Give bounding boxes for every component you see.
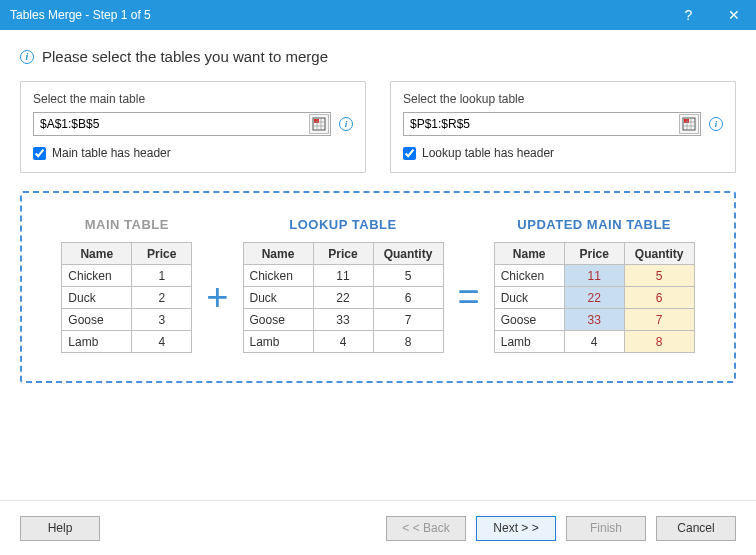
cell: 22 <box>313 287 373 309</box>
col-header: Quantity <box>373 243 443 265</box>
main-table-legend: Select the main table <box>33 92 353 106</box>
range-picker-icon <box>312 117 326 131</box>
cell: Duck <box>62 287 132 309</box>
main-table-group: Select the main table i Mai <box>20 81 366 173</box>
lookup-table-group: Select the lookup table i L <box>390 81 736 173</box>
selectors-row: Select the main table i Mai <box>20 81 736 173</box>
col-header: Name <box>62 243 132 265</box>
titlebar: Tables Merge - Step 1 of 5 ? ✕ <box>0 0 756 30</box>
main-table-header-checkbox-row[interactable]: Main table has header <box>33 146 353 160</box>
cell: 11 <box>564 265 624 287</box>
cell: 33 <box>564 309 624 331</box>
cell: 2 <box>132 287 192 309</box>
main-table-input-row: i <box>33 112 353 136</box>
preview-main-table: MAIN TABLE NamePrice Chicken1 Duck2 Goos… <box>61 217 192 353</box>
cell: 33 <box>313 309 373 331</box>
cell: Chicken <box>243 265 313 287</box>
cell: 1 <box>132 265 192 287</box>
col-header: Quantity <box>624 243 694 265</box>
cell: Lamb <box>243 331 313 353</box>
help-titlebar-button[interactable]: ? <box>666 0 711 30</box>
lookup-table-range-input[interactable] <box>403 112 701 136</box>
col-header: Price <box>313 243 373 265</box>
cell: Goose <box>243 309 313 331</box>
cell: 7 <box>624 309 694 331</box>
preview-lookup-grid: NamePriceQuantity Chicken115 Duck226 Goo… <box>243 242 444 353</box>
cell: Goose <box>62 309 132 331</box>
preview-updated-caption: UPDATED MAIN TABLE <box>494 217 695 232</box>
col-header: Name <box>494 243 564 265</box>
cell: Chicken <box>494 265 564 287</box>
cell: Duck <box>243 287 313 309</box>
equals-icon: = <box>444 252 494 319</box>
lookup-table-header-checkbox[interactable] <box>403 147 416 160</box>
back-button: < < Back <box>386 516 466 541</box>
finish-button: Finish <box>566 516 646 541</box>
cell: 4 <box>313 331 373 353</box>
cell: 4 <box>132 331 192 353</box>
cell: Lamb <box>62 331 132 353</box>
range-picker-icon <box>682 117 696 131</box>
col-header: Name <box>243 243 313 265</box>
cell: 4 <box>564 331 624 353</box>
window-title: Tables Merge - Step 1 of 5 <box>10 8 666 22</box>
cell: 6 <box>624 287 694 309</box>
lookup-table-header-checkbox-label: Lookup table has header <box>422 146 554 160</box>
cell: 3 <box>132 309 192 331</box>
main-table-range-picker-button[interactable] <box>309 114 329 134</box>
cell: Goose <box>494 309 564 331</box>
cell: 8 <box>624 331 694 353</box>
svg-rect-7 <box>684 119 689 123</box>
lookup-table-header-checkbox-row[interactable]: Lookup table has header <box>403 146 723 160</box>
dialog-body: i Please select the tables you want to m… <box>0 30 756 500</box>
cell: 5 <box>373 265 443 287</box>
instruction-text: Please select the tables you want to mer… <box>42 48 328 65</box>
lookup-table-legend: Select the lookup table <box>403 92 723 106</box>
lookup-table-range-picker-button[interactable] <box>679 114 699 134</box>
cell: 5 <box>624 265 694 287</box>
cancel-button[interactable]: Cancel <box>656 516 736 541</box>
info-icon[interactable]: i <box>339 117 353 131</box>
cell: 7 <box>373 309 443 331</box>
cell: 22 <box>564 287 624 309</box>
preview-main-caption: MAIN TABLE <box>61 217 192 232</box>
preview-updated-grid: NamePriceQuantity Chicken115 Duck226 Goo… <box>494 242 695 353</box>
cell: 6 <box>373 287 443 309</box>
cell: Lamb <box>494 331 564 353</box>
main-table-header-checkbox[interactable] <box>33 147 46 160</box>
info-icon: i <box>20 50 34 64</box>
preview-lookup-table: LOOKUP TABLE NamePriceQuantity Chicken11… <box>243 217 444 353</box>
preview-panel: MAIN TABLE NamePrice Chicken1 Duck2 Goos… <box>20 191 736 383</box>
preview-main-grid: NamePrice Chicken1 Duck2 Goose3 Lamb4 <box>61 242 192 353</box>
col-header: Price <box>132 243 192 265</box>
main-table-range-input[interactable] <box>33 112 331 136</box>
close-button[interactable]: ✕ <box>711 0 756 30</box>
cell: 8 <box>373 331 443 353</box>
plus-icon: + <box>192 252 242 319</box>
preview-lookup-caption: LOOKUP TABLE <box>243 217 444 232</box>
lookup-table-input-row: i <box>403 112 723 136</box>
cell: Chicken <box>62 265 132 287</box>
next-button[interactable]: Next > > <box>476 516 556 541</box>
info-icon[interactable]: i <box>709 117 723 131</box>
instruction-row: i Please select the tables you want to m… <box>20 48 736 65</box>
svg-rect-1 <box>314 119 319 123</box>
help-button[interactable]: Help <box>20 516 100 541</box>
cell: Duck <box>494 287 564 309</box>
main-table-header-checkbox-label: Main table has header <box>52 146 171 160</box>
footer: Help < < Back Next > > Finish Cancel <box>0 500 756 555</box>
preview-updated-table: UPDATED MAIN TABLE NamePriceQuantity Chi… <box>494 217 695 353</box>
cell: 11 <box>313 265 373 287</box>
col-header: Price <box>564 243 624 265</box>
